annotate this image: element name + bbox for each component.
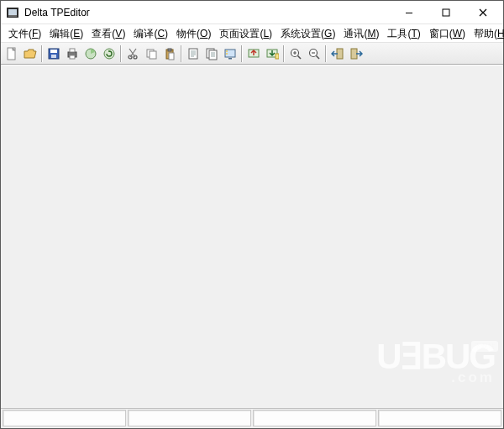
titlebar: Delta TPEditor xyxy=(1,1,503,24)
svg-rect-1 xyxy=(8,9,17,15)
copy-button[interactable] xyxy=(142,44,160,63)
chart-button[interactable] xyxy=(81,44,100,63)
zoom-out-button[interactable] xyxy=(305,44,323,63)
exit-right-button[interactable] xyxy=(347,44,365,63)
app-window: Delta TPEditor 文件(F)编辑(E)查看(V)编译(C)物件(O)… xyxy=(0,0,504,429)
zoom-in-icon xyxy=(289,47,302,60)
menu-o[interactable]: 物件(O) xyxy=(172,25,215,42)
menu-f[interactable]: 文件(F) xyxy=(4,25,45,42)
save-button[interactable] xyxy=(45,44,63,63)
exit-left-button[interactable] xyxy=(328,44,347,63)
menu-g[interactable]: 系统设置(G) xyxy=(276,25,339,42)
watermark: 下载站 UƎBUG .com xyxy=(376,339,495,386)
download-icon xyxy=(265,47,279,60)
status-pane-0 xyxy=(3,410,126,426)
print-button[interactable] xyxy=(63,44,81,63)
svg-rect-4 xyxy=(443,9,449,16)
toolbar-separator xyxy=(241,45,243,62)
open-button[interactable] xyxy=(21,44,39,63)
paste-button[interactable] xyxy=(160,44,179,63)
exit-right-icon xyxy=(349,47,363,60)
svg-rect-2 xyxy=(8,15,17,17)
toolbar xyxy=(1,43,503,65)
cut-button[interactable] xyxy=(123,44,142,63)
toolbar-separator xyxy=(120,45,122,62)
page-all-button[interactable] xyxy=(202,44,221,63)
menu-w[interactable]: 窗口(W) xyxy=(425,25,470,42)
save-icon xyxy=(47,47,60,60)
statusbar xyxy=(1,408,503,428)
chart-icon xyxy=(84,47,97,60)
zoom-out-icon xyxy=(307,47,321,60)
zoom-in-button[interactable] xyxy=(286,44,305,63)
page-button[interactable] xyxy=(184,44,202,63)
cut-icon xyxy=(126,47,139,60)
toolbar-separator xyxy=(181,45,182,62)
refresh-icon xyxy=(102,47,116,60)
new-button[interactable] xyxy=(3,44,21,63)
page-all-icon xyxy=(205,47,218,60)
copy-icon xyxy=(144,47,158,60)
new-icon xyxy=(5,47,18,60)
menu-m[interactable]: 通讯(M) xyxy=(339,25,383,42)
screen-icon xyxy=(223,47,237,60)
exit-left-icon xyxy=(331,47,344,60)
workspace: 下载站 UƎBUG .com xyxy=(1,65,503,408)
toolbar-separator xyxy=(325,45,327,62)
menu-c[interactable]: 编译(C) xyxy=(129,25,172,42)
upload-button[interactable] xyxy=(244,44,263,63)
menu-e[interactable]: 编辑(E) xyxy=(45,25,87,42)
refresh-button[interactable] xyxy=(100,44,118,63)
status-pane-3 xyxy=(378,410,501,426)
paste-icon xyxy=(163,47,176,60)
download-button[interactable] xyxy=(263,44,281,63)
menu-v[interactable]: 查看(V) xyxy=(87,25,129,42)
close-button[interactable] xyxy=(465,2,501,24)
upload-icon xyxy=(247,47,260,60)
status-pane-2 xyxy=(253,410,376,426)
app-title: Delta TPEditor xyxy=(24,7,90,18)
toolbar-separator xyxy=(41,45,43,62)
print-icon xyxy=(66,47,79,60)
svg-rect-3 xyxy=(406,13,412,13)
open-icon xyxy=(24,47,37,60)
maximize-button[interactable] xyxy=(428,2,465,24)
menubar: 文件(F)编辑(E)查看(V)编译(C)物件(O)页面设置(L)系统设置(G)通… xyxy=(1,24,503,43)
page-icon xyxy=(186,47,200,60)
minimize-button[interactable] xyxy=(391,2,428,24)
toolbar-separator xyxy=(283,45,285,62)
screen-button[interactable] xyxy=(221,44,239,63)
status-pane-1 xyxy=(128,410,251,426)
menu-h[interactable]: 帮助(H) xyxy=(470,25,504,42)
menu-l[interactable]: 页面设置(L) xyxy=(215,25,276,42)
menu-t[interactable]: 工具(T) xyxy=(383,25,424,42)
app-icon xyxy=(6,6,19,19)
